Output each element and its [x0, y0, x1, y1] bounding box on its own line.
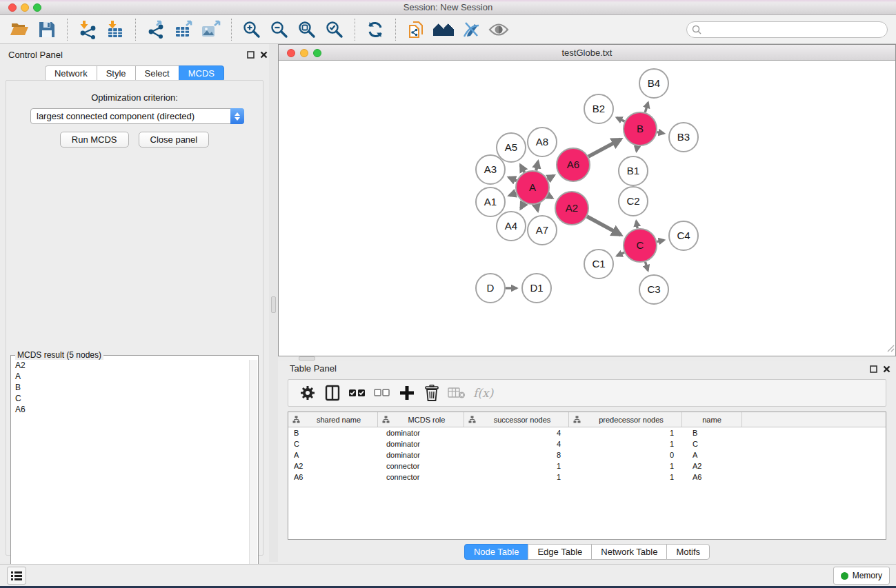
table-row[interactable]: Bdominator41B	[288, 427, 886, 438]
splitter-handle[interactable]	[271, 296, 276, 313]
node-C2[interactable]: C2	[619, 187, 648, 216]
add-column-icon[interactable]	[396, 382, 418, 404]
refresh-icon[interactable]	[364, 18, 387, 41]
node-C3[interactable]: C3	[639, 275, 668, 304]
settings-gear-icon[interactable]	[297, 382, 319, 404]
edge-C-C1[interactable]	[617, 252, 624, 256]
table-row[interactable]: A6connector11A6	[288, 472, 886, 483]
cell-mcds_role[interactable]: dominator	[378, 451, 464, 459]
cell-shared_name[interactable]: C	[288, 440, 378, 448]
task-history-button[interactable]	[7, 567, 26, 585]
tab-edge-table[interactable]: Edge Table	[528, 544, 592, 560]
node-A[interactable]: A	[516, 171, 549, 204]
cell-name[interactable]: A6	[682, 473, 742, 481]
node-A3[interactable]: A3	[476, 155, 505, 184]
tab-network[interactable]: Network	[45, 65, 97, 81]
cell-successor[interactable]: 8	[464, 451, 569, 459]
search-input[interactable]	[705, 25, 887, 34]
hide-graphics-details-icon[interactable]	[459, 18, 483, 41]
node-table[interactable]: shared nameMCDS rolesuccessor nodesprede…	[288, 412, 886, 540]
result-item[interactable]: B	[12, 382, 249, 393]
cell-name[interactable]: C	[682, 440, 742, 448]
open-session-icon[interactable]	[8, 18, 31, 41]
table-row[interactable]: Adominator80A	[288, 449, 886, 460]
column-header-successor-nodes[interactable]: successor nodes	[464, 412, 569, 427]
node-C4[interactable]: C4	[669, 221, 698, 250]
cell-name[interactable]: B	[682, 429, 742, 437]
column-header-name[interactable]: name	[682, 412, 742, 427]
edge-A-A2[interactable]	[548, 196, 552, 198]
node-D[interactable]: D	[476, 274, 505, 303]
edge-C-C3[interactable]	[645, 262, 648, 270]
cell-shared_name[interactable]: A2	[288, 462, 378, 470]
panel-splitter[interactable]	[269, 44, 278, 562]
close-panel-icon[interactable]	[259, 50, 268, 59]
network-canvas[interactable]: B4B2BB3B1A5A8A6A3AA1C2A2A4A7CC4C1C3DD1	[279, 61, 895, 355]
edge-A-A4[interactable]	[521, 203, 524, 209]
save-session-icon[interactable]	[35, 18, 59, 41]
memory-button[interactable]: Memory	[833, 567, 890, 585]
result-item[interactable]: C	[12, 393, 249, 404]
optimization-criterion-dropdown[interactable]: largest connected component (directed)	[30, 108, 244, 124]
edge-B-B2[interactable]	[617, 118, 624, 122]
float-panel-icon[interactable]	[246, 50, 255, 59]
node-A2[interactable]: A2	[555, 192, 588, 225]
float-table-panel-icon[interactable]	[868, 364, 878, 374]
home-icon[interactable]	[432, 18, 455, 41]
export-network-icon[interactable]	[144, 18, 168, 41]
node-B1[interactable]: B1	[619, 156, 648, 185]
tab-style[interactable]: Style	[97, 65, 136, 81]
result-scrollbar[interactable]	[249, 360, 257, 588]
mcds-result-list[interactable]: A2ABCA6	[12, 360, 249, 588]
column-header-shared-name[interactable]: shared name	[288, 412, 378, 427]
export-table-icon[interactable]	[172, 18, 195, 41]
search-box[interactable]	[686, 21, 888, 38]
zoom-out-icon[interactable]	[268, 18, 291, 41]
export-image-icon[interactable]	[199, 18, 223, 41]
result-item[interactable]: A2	[12, 360, 249, 371]
zoom-fit-icon[interactable]	[295, 18, 319, 41]
node-B2[interactable]: B2	[584, 94, 613, 123]
edge-A-A5[interactable]	[521, 165, 525, 172]
import-network-icon[interactable]	[76, 18, 99, 41]
select-all-checkboxes-icon[interactable]	[346, 382, 368, 404]
cell-mcds_role[interactable]: dominator	[378, 429, 464, 437]
cell-successor[interactable]: 1	[464, 462, 569, 470]
cell-successor[interactable]: 4	[464, 440, 569, 448]
edge-B-B4[interactable]	[645, 103, 648, 112]
clone-network-icon[interactable]	[404, 18, 428, 41]
close-panel-button[interactable]: Close panel	[139, 132, 210, 148]
cell-predecessor[interactable]: 1	[569, 473, 682, 481]
resize-grip-icon[interactable]	[886, 343, 895, 355]
cell-mcds_role[interactable]: dominator	[378, 440, 464, 448]
close-table-panel-icon[interactable]	[882, 364, 891, 374]
edge-A-A8[interactable]	[536, 161, 538, 170]
cell-predecessor[interactable]: 1	[569, 462, 682, 470]
zoom-selected-icon[interactable]	[323, 18, 346, 41]
tab-node-table[interactable]: Node Table	[464, 544, 529, 560]
run-mcds-button[interactable]: Run MCDS	[60, 132, 129, 148]
edge-B-B3[interactable]	[657, 132, 664, 134]
zoom-in-icon[interactable]	[240, 18, 263, 41]
columns-icon[interactable]	[321, 382, 344, 404]
tab-select[interactable]: Select	[135, 65, 179, 81]
node-C1[interactable]: C1	[584, 250, 613, 278]
tab-network-table[interactable]: Network Table	[591, 544, 667, 560]
tab-motifs[interactable]: Motifs	[666, 544, 710, 560]
edge-A-A1[interactable]	[509, 193, 516, 195]
cell-successor[interactable]: 1	[464, 473, 569, 481]
node-A1[interactable]: A1	[476, 187, 505, 216]
cell-mcds_role[interactable]: connector	[378, 462, 464, 470]
result-item[interactable]: A6	[12, 404, 249, 415]
node-B[interactable]: B	[624, 112, 657, 145]
network-graph[interactable]: B4B2BB3B1A5A8A6A3AA1C2A2A4A7CC4C1C3DD1	[279, 61, 895, 355]
edge-A6-B[interactable]	[588, 139, 621, 156]
column-header-MCDS-role[interactable]: MCDS role	[378, 412, 464, 427]
table-row[interactable]: A2connector11A2	[288, 460, 886, 472]
import-table-icon[interactable]	[103, 18, 127, 41]
cell-shared_name[interactable]: B	[288, 429, 378, 437]
edge-A2-C[interactable]	[587, 216, 621, 235]
cell-predecessor[interactable]: 1	[569, 440, 682, 448]
cell-predecessor[interactable]: 1	[569, 429, 682, 437]
edge-C-C2[interactable]	[636, 221, 637, 229]
